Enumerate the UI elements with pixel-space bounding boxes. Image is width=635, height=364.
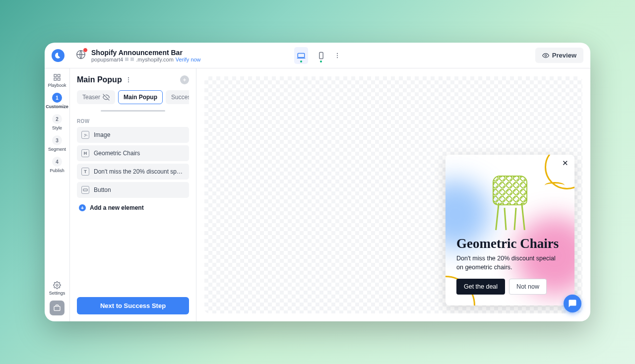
svg-rect-9 (54, 78, 57, 80)
plus-icon (182, 77, 187, 82)
button-icon (81, 186, 89, 194)
eye-icon (542, 52, 549, 59)
svg-rect-1 (298, 53, 305, 57)
campaign-title: Shopify Announcement Bar (91, 49, 201, 57)
tab-scroll-indicator[interactable] (101, 110, 165, 112)
svg-rect-7 (54, 74, 57, 77)
app-window: Shopify Announcement Bar popupsmart4 .my… (45, 43, 590, 321)
add-element-button[interactable]: + Add a new element (77, 200, 189, 215)
next-step-button[interactable]: Next to Success Step (77, 297, 189, 314)
svg-rect-17 (83, 189, 87, 191)
grid-icon (53, 73, 61, 81)
element-text[interactable]: T Don't miss the 20% discount special on… (77, 164, 189, 180)
popup-primary-button[interactable]: Get the deal (456, 279, 505, 295)
svg-point-16 (84, 134, 85, 135)
gear-icon (53, 281, 61, 289)
popup-title: Geometric Chairs (456, 236, 564, 251)
svg-point-3 (337, 53, 338, 54)
panel-title: Main Popup (77, 75, 122, 84)
svg-rect-10 (58, 78, 60, 80)
popup-secondary-button[interactable]: Not now (509, 279, 547, 295)
desktop-device-button[interactable] (294, 47, 308, 64)
device-switcher (294, 47, 341, 64)
mobile-device-button[interactable] (314, 47, 328, 64)
editor-panel: Main Popup Teaser Main Popup Success Ste… (70, 68, 196, 321)
chat-fab[interactable] (564, 295, 581, 312)
tab-success-step[interactable]: Success Step (166, 90, 189, 104)
rail-publish[interactable]: 4 Publish (50, 157, 64, 173)
rail-segment[interactable]: 3 Segment (48, 135, 66, 152)
mask-icon (125, 58, 128, 61)
title-block: Shopify Announcement Bar popupsmart4 .my… (91, 49, 201, 62)
svg-point-14 (128, 79, 129, 80)
rail-style[interactable]: 2 Style (52, 114, 62, 130)
element-button[interactable]: Button (77, 182, 189, 198)
eye-off-icon (103, 94, 110, 101)
briefcase-button[interactable] (50, 301, 64, 315)
favicon-placeholder (130, 58, 134, 61)
brand-logo[interactable] (52, 49, 64, 62)
step-tabs: Teaser Main Popup Success Step (77, 90, 189, 104)
element-heading[interactable]: H Geometric Chairs (77, 145, 189, 161)
row-section-label: ROW (77, 119, 189, 124)
rail-customize[interactable]: 1 Customize (46, 93, 68, 109)
rail-settings[interactable]: Settings (49, 281, 65, 296)
svg-rect-8 (58, 74, 60, 77)
svg-point-11 (56, 284, 58, 286)
plus-circle-icon: + (79, 204, 86, 211)
more-options-icon[interactable] (334, 52, 341, 59)
chat-icon (568, 299, 577, 308)
close-icon[interactable]: ✕ (562, 159, 569, 168)
rail-playbook[interactable]: Playbook (48, 73, 66, 88)
briefcase-icon (53, 304, 61, 312)
verify-link[interactable]: Verify now (176, 57, 201, 62)
svg-point-13 (128, 77, 129, 78)
step-rail: Playbook 1 Customize 2 Style 3 Segment 4… (45, 68, 70, 321)
svg-point-5 (337, 57, 338, 58)
panel-menu-icon[interactable] (125, 76, 132, 83)
body: Playbook 1 Customize 2 Style 3 Segment 4… (45, 68, 590, 321)
svg-point-4 (337, 55, 338, 56)
domain-status-icon[interactable] (75, 49, 86, 62)
header: Shopify Announcement Bar popupsmart4 .my… (45, 43, 590, 68)
svg-rect-12 (54, 306, 60, 311)
svg-point-15 (128, 81, 129, 82)
text-icon: T (81, 168, 89, 176)
preview-button[interactable]: Preview (535, 48, 583, 63)
alert-badge (83, 48, 88, 53)
heading-icon: H (81, 149, 89, 157)
product-image (488, 171, 532, 230)
element-image[interactable]: Image (77, 127, 189, 143)
canvas-surface[interactable]: ✕ Geometric Chairs Don't miss the 20% di… (204, 76, 582, 313)
svg-rect-2 (319, 52, 322, 59)
domain-text: .myshopify.com (136, 57, 174, 62)
add-step-button[interactable] (180, 75, 189, 84)
account-name: popupsmart4 (91, 57, 123, 62)
svg-point-6 (545, 55, 547, 57)
popup-description: Don't miss the 20% discount special on g… (456, 254, 564, 272)
image-icon (81, 131, 89, 139)
canvas-area: ✕ Geometric Chairs Don't miss the 20% di… (196, 68, 590, 321)
popup-preview[interactable]: ✕ Geometric Chairs Don't miss the 20% di… (445, 155, 574, 305)
tab-teaser[interactable]: Teaser (77, 90, 115, 104)
tab-main-popup[interactable]: Main Popup (118, 90, 163, 104)
